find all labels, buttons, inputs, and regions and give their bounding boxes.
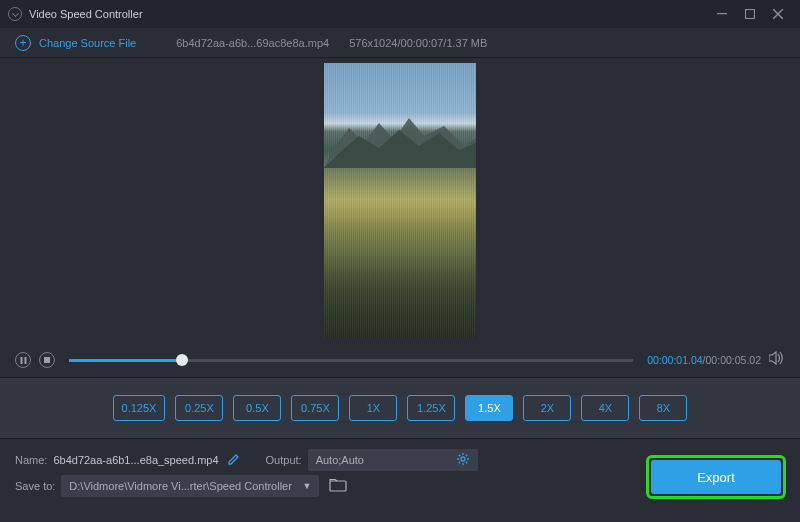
output-format-box[interactable]: Auto;Auto <box>308 449 478 471</box>
close-button[interactable] <box>764 9 792 19</box>
saveto-path-value: D:\Vidmore\Vidmore Vi...rter\Speed Contr… <box>69 480 292 492</box>
current-time: 00:00:01.04 <box>647 354 702 366</box>
speed-button-1x[interactable]: 1X <box>349 395 397 421</box>
export-highlight: Export <box>646 455 786 499</box>
progress-knob[interactable] <box>176 354 188 366</box>
source-filename: 6b4d72aa-a6b...69ac8e8a.mp4 <box>176 37 329 49</box>
speed-button-0-75x[interactable]: 0.75X <box>291 395 339 421</box>
change-source-button[interactable]: + Change Source File <box>15 35 136 51</box>
speed-button-0-25x[interactable]: 0.25X <box>175 395 223 421</box>
source-fileinfo: 576x1024/00:00:07/1.37 MB <box>349 37 487 49</box>
open-folder-icon[interactable] <box>329 478 347 494</box>
app-title: Video Speed Controller <box>29 8 708 20</box>
change-source-label: Change Source File <box>39 37 136 49</box>
video-preview-area <box>0 58 800 343</box>
player-controls: 00:00:01.04/00:00:05.02 <box>0 343 800 377</box>
svg-point-10 <box>461 457 465 461</box>
name-label: Name: <box>15 454 47 466</box>
volume-icon[interactable] <box>769 351 785 369</box>
saveto-path-dropdown[interactable]: D:\Vidmore\Vidmore Vi...rter\Speed Contr… <box>61 475 319 497</box>
svg-rect-7 <box>24 357 26 364</box>
app-logo-icon <box>8 7 22 21</box>
svg-rect-0 <box>717 13 727 14</box>
svg-rect-11 <box>330 481 346 491</box>
maximize-button[interactable] <box>736 9 764 19</box>
time-display: 00:00:01.04/00:00:05.02 <box>647 354 761 366</box>
minimize-button[interactable] <box>708 9 736 19</box>
speed-button-8x[interactable]: 8X <box>639 395 687 421</box>
speed-button-2x[interactable]: 2X <box>523 395 571 421</box>
speed-button-4x[interactable]: 4X <box>581 395 629 421</box>
speed-selector: 0.125X0.25X0.5X0.75X1X1.25X1.5X2X4X8X <box>0 377 800 439</box>
plus-icon: + <box>15 35 31 51</box>
progress-fill <box>69 359 182 362</box>
chevron-down-icon: ▼ <box>302 481 311 491</box>
speed-button-0-125x[interactable]: 0.125X <box>113 395 166 421</box>
name-value: 6b4d72aa-a6b1...e8a_speed.mp4 <box>53 454 218 466</box>
export-button[interactable]: Export <box>651 460 781 494</box>
svg-rect-8 <box>44 357 50 363</box>
total-time: 00:00:05.02 <box>706 354 761 366</box>
svg-marker-9 <box>769 352 776 364</box>
play-pause-button[interactable] <box>15 352 31 368</box>
saveto-label: Save to: <box>15 480 55 492</box>
output-panel: Name: 6b4d72aa-a6b1...e8a_speed.mp4 Outp… <box>0 439 800 509</box>
source-toolbar: + Change Source File 6b4d72aa-a6b...69ac… <box>0 28 800 58</box>
svg-rect-1 <box>746 10 755 19</box>
speed-button-1-25x[interactable]: 1.25X <box>407 395 455 421</box>
video-thumbnail[interactable] <box>324 63 476 338</box>
speed-button-1-5x[interactable]: 1.5X <box>465 395 513 421</box>
progress-slider[interactable] <box>69 359 633 362</box>
titlebar: Video Speed Controller <box>0 0 800 28</box>
edit-name-icon[interactable] <box>227 453 240 468</box>
svg-rect-6 <box>20 357 22 364</box>
output-format-value: Auto;Auto <box>316 454 364 466</box>
output-settings-icon[interactable] <box>456 452 470 468</box>
speed-button-0-5x[interactable]: 0.5X <box>233 395 281 421</box>
stop-button[interactable] <box>39 352 55 368</box>
output-label: Output: <box>266 454 302 466</box>
